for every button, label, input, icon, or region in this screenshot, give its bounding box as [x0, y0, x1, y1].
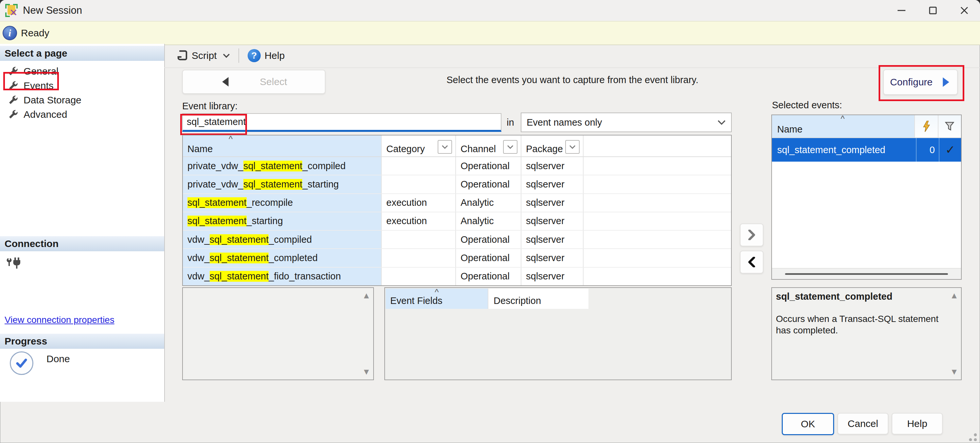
wrench-icon: [8, 66, 18, 76]
event-library-search-input[interactable]: sql_statement: [182, 113, 501, 132]
table-row[interactable]: private_vdw_sql_statement_compiled Opera…: [183, 157, 731, 175]
column-header-channel[interactable]: Channel: [455, 135, 521, 156]
horizontal-scrollbar[interactable]: [772, 268, 961, 279]
cancel-button[interactable]: Cancel: [837, 413, 888, 435]
view-connection-properties-link[interactable]: View connection properties: [5, 315, 115, 325]
event-description-panel: sql_statement_completed Occurs when a Tr…: [771, 287, 962, 380]
sort-asc-icon: ^: [435, 288, 439, 296]
filter-icon: [945, 121, 955, 131]
description-column-header[interactable]: Description: [488, 288, 589, 309]
sidebar-item-general[interactable]: General: [0, 64, 164, 78]
titlebar: ✕ New Session: [0, 0, 980, 21]
wrench-icon: [8, 95, 18, 105]
sidebar-item-label: Events: [24, 80, 54, 91]
progress-status: Done: [46, 353, 70, 365]
wrench-icon: [8, 109, 18, 120]
selected-event-action-count: 0: [916, 138, 939, 162]
actions-column-header[interactable]: [914, 115, 937, 137]
table-row[interactable]: private_vdw_sql_statement_starting Opera…: [183, 175, 731, 194]
sort-asc-icon: ^: [229, 135, 232, 143]
close-icon[interactable]: [948, 0, 980, 21]
back-arrow-icon: [221, 76, 230, 88]
sidebar-item-advanced[interactable]: Advanced: [0, 107, 164, 122]
package-filter-dropdown[interactable]: [565, 140, 580, 154]
info-icon: i: [3, 26, 17, 40]
help-icon: ?: [248, 49, 261, 62]
selected-table-header: ^ Name: [772, 115, 961, 138]
table-row[interactable]: vdw_sql_statement_compiled Operational s…: [183, 231, 731, 249]
chevron-down-icon: [718, 120, 726, 125]
search-value-text: sql_statement: [187, 116, 246, 127]
sidebar-item-events[interactable]: Events: [0, 78, 164, 93]
selected-table-empty-area: [772, 162, 961, 268]
sidebar-item-label: General: [24, 66, 59, 77]
new-session-app-icon: ✕: [5, 4, 18, 17]
sort-asc-icon: ^: [841, 115, 845, 123]
ok-button[interactable]: OK: [782, 413, 834, 435]
event-fields-panel: ^ Event Fields Description: [384, 287, 732, 380]
select-back-label: Select: [260, 76, 287, 88]
chevron-left-icon: [747, 257, 756, 267]
in-label: in: [507, 117, 514, 128]
column-header-filler: [583, 135, 731, 156]
resize-grip[interactable]: [966, 430, 977, 441]
filter-column-header[interactable]: [938, 115, 961, 137]
remove-event-button[interactable]: [740, 251, 764, 274]
lightning-icon: [922, 121, 931, 132]
column-header-category[interactable]: Category: [381, 135, 455, 156]
category-filter-dropdown[interactable]: [438, 140, 452, 154]
channel-filter-dropdown[interactable]: [503, 140, 517, 154]
table-row[interactable]: sql_statement_starting execution Analyti…: [183, 212, 731, 231]
selected-event-row[interactable]: sql_statement_completed 0 ✓: [772, 138, 961, 162]
dialog-toolbar: Script ? Help: [164, 44, 980, 68]
scroll-up-icon[interactable]: ▲: [362, 290, 371, 301]
selected-event-check-icon: ✓: [939, 138, 961, 162]
chevron-down-icon: [507, 145, 514, 149]
maximize-icon[interactable]: [917, 0, 948, 21]
new-session-dialog: ✕ New Session i Ready Select a page Gene…: [0, 0, 980, 443]
column-header-name[interactable]: ^ Name: [183, 135, 381, 156]
window-title: New Session: [23, 5, 82, 16]
configure-label: Configure: [890, 76, 932, 88]
toolbar-separator: [239, 48, 239, 63]
status-text: Ready: [21, 27, 49, 38]
configure-button[interactable]: Configure: [883, 69, 958, 95]
event-detail-empty-panel: ▲ ▼: [182, 287, 374, 380]
add-event-button[interactable]: [740, 223, 764, 246]
library-table-header: ^ Name Category Channel Package: [183, 135, 731, 157]
select-a-page-header: Select a page: [0, 46, 164, 61]
select-back-button[interactable]: Select: [182, 70, 326, 94]
column-header-package[interactable]: Package: [521, 135, 583, 156]
script-button[interactable]: Script: [173, 48, 233, 64]
chevron-down-icon: [569, 145, 576, 149]
sidebar-item-data-storage[interactable]: Data Storage: [0, 93, 164, 107]
table-row[interactable]: vdw_sql_statement_completed Operational …: [183, 249, 731, 267]
status-bar: i Ready: [0, 21, 980, 45]
chevron-right-icon: [747, 229, 756, 240]
chevron-down-icon: [223, 53, 230, 58]
scope-value: Event names only: [527, 117, 602, 128]
wrench-icon: [8, 80, 18, 91]
table-row[interactable]: vdw_sql_statement_fido_transaction Opera…: [183, 268, 731, 285]
selected-events-table: ^ Name sql_statement_completed 0 ✓: [771, 115, 962, 280]
scroll-down-icon[interactable]: ▼: [950, 367, 958, 377]
script-label: Script: [192, 50, 217, 61]
help-toolbar-button[interactable]: ? Help: [244, 47, 288, 64]
progress-header: Progress: [0, 334, 164, 349]
event-library-table: ^ Name Category Channel Package: [182, 135, 732, 286]
connection-header: Connection: [0, 236, 164, 251]
event-fields-column-header[interactable]: ^ Event Fields: [386, 288, 488, 309]
scroll-up-icon[interactable]: ▲: [950, 290, 958, 301]
selected-column-name[interactable]: ^ Name: [772, 115, 914, 137]
table-row[interactable]: sql_statement_recompile execution Analyt…: [183, 194, 731, 212]
done-check-icon: [10, 351, 33, 375]
forward-arrow-icon: [941, 76, 951, 88]
scroll-down-icon[interactable]: ▼: [362, 367, 371, 377]
minimize-icon[interactable]: [886, 0, 917, 21]
library-table-body: private_vdw_sql_statement_compiled Opera…: [183, 157, 731, 285]
connection-icon: [6, 257, 22, 272]
chevron-down-icon: [442, 145, 448, 149]
search-scope-dropdown[interactable]: Event names only: [521, 113, 732, 132]
help-button[interactable]: Help: [892, 413, 943, 435]
sidebar-item-label: Data Storage: [24, 94, 81, 106]
